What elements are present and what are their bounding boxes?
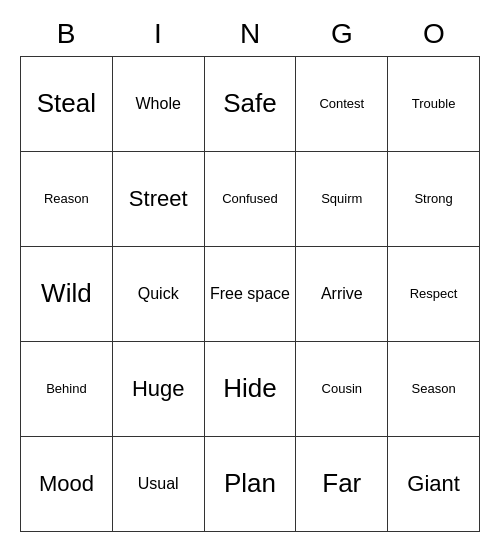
cell-text-0: Steal xyxy=(37,88,96,119)
bingo-card: BINGO StealWholeSafeContestTroubleReason… xyxy=(20,12,480,532)
cell-text-7: Confused xyxy=(222,191,278,207)
bingo-cell-24: Giant xyxy=(388,437,480,532)
bingo-cell-7: Confused xyxy=(205,152,297,247)
bingo-header: BINGO xyxy=(20,12,480,56)
bingo-cell-9: Strong xyxy=(388,152,480,247)
cell-text-12: Free space xyxy=(210,284,290,303)
bingo-cell-6: Street xyxy=(113,152,205,247)
bingo-cell-12: Free space xyxy=(205,247,297,342)
cell-text-21: Usual xyxy=(138,474,179,493)
cell-text-2: Safe xyxy=(223,88,277,119)
bingo-cell-4: Trouble xyxy=(388,57,480,152)
cell-text-8: Squirm xyxy=(321,191,362,207)
cell-text-6: Street xyxy=(129,186,188,212)
bingo-cell-2: Safe xyxy=(205,57,297,152)
bingo-cell-16: Huge xyxy=(113,342,205,437)
cell-text-9: Strong xyxy=(414,191,452,207)
bingo-grid: StealWholeSafeContestTroubleReasonStreet… xyxy=(20,56,480,532)
bingo-cell-11: Quick xyxy=(113,247,205,342)
cell-text-4: Trouble xyxy=(412,96,456,112)
bingo-cell-15: Behind xyxy=(21,342,113,437)
cell-text-1: Whole xyxy=(136,94,181,113)
header-letter-B: B xyxy=(20,12,112,56)
bingo-cell-17: Hide xyxy=(205,342,297,437)
cell-text-14: Respect xyxy=(410,286,458,302)
cell-text-15: Behind xyxy=(46,381,86,397)
cell-text-17: Hide xyxy=(223,373,276,404)
cell-text-3: Contest xyxy=(319,96,364,112)
header-letter-I: I xyxy=(112,12,204,56)
bingo-cell-0: Steal xyxy=(21,57,113,152)
cell-text-13: Arrive xyxy=(321,284,363,303)
bingo-cell-8: Squirm xyxy=(296,152,388,247)
bingo-cell-21: Usual xyxy=(113,437,205,532)
bingo-cell-10: Wild xyxy=(21,247,113,342)
cell-text-11: Quick xyxy=(138,284,179,303)
bingo-cell-20: Mood xyxy=(21,437,113,532)
bingo-cell-19: Season xyxy=(388,342,480,437)
cell-text-23: Far xyxy=(322,468,361,499)
cell-text-22: Plan xyxy=(224,468,276,499)
bingo-cell-3: Contest xyxy=(296,57,388,152)
header-letter-N: N xyxy=(204,12,296,56)
bingo-cell-18: Cousin xyxy=(296,342,388,437)
bingo-cell-22: Plan xyxy=(205,437,297,532)
header-letter-G: G xyxy=(296,12,388,56)
bingo-cell-1: Whole xyxy=(113,57,205,152)
bingo-cell-23: Far xyxy=(296,437,388,532)
cell-text-18: Cousin xyxy=(322,381,362,397)
cell-text-19: Season xyxy=(412,381,456,397)
cell-text-10: Wild xyxy=(41,278,92,309)
cell-text-20: Mood xyxy=(39,471,94,497)
cell-text-5: Reason xyxy=(44,191,89,207)
header-letter-O: O xyxy=(388,12,480,56)
bingo-cell-14: Respect xyxy=(388,247,480,342)
bingo-cell-13: Arrive xyxy=(296,247,388,342)
cell-text-24: Giant xyxy=(407,471,460,497)
cell-text-16: Huge xyxy=(132,376,185,402)
bingo-cell-5: Reason xyxy=(21,152,113,247)
